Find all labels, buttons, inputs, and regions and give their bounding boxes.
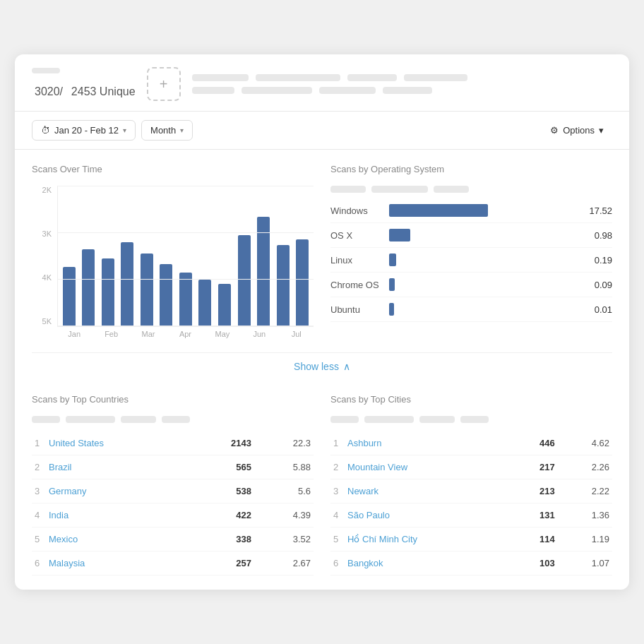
count-cell: 213 <box>511 479 558 503</box>
pct-cell: 2.67 <box>254 551 314 576</box>
bar-group-feb <box>80 186 97 326</box>
show-less-button[interactable]: Show less ∧ <box>294 361 350 372</box>
bar <box>218 284 231 326</box>
table-row: 4 São Paulo 131 1.36 <box>330 503 612 527</box>
bar <box>238 235 251 326</box>
scans-by-os-title: Scans by Operating System <box>330 164 612 174</box>
os-bar <box>389 204 488 217</box>
rank-cell: 1 <box>330 431 345 455</box>
bar <box>257 217 270 326</box>
city-name-cell: Mountain View <box>345 455 511 479</box>
pct-cell: 1.07 <box>558 551 612 576</box>
date-range-selector[interactable]: ⏱ Jan 20 - Feb 12 ▾ <box>32 120 136 141</box>
pct-cell: 5.88 <box>254 455 314 479</box>
scans-over-time-section: Scans Over Time 5K 4K 3K 2K <box>32 164 314 338</box>
table-row: 3 Newark 213 2.22 <box>330 479 612 503</box>
rank-cell: 6 <box>32 551 46 576</box>
skeleton <box>192 74 249 81</box>
table-row: 3 Germany 538 5.6 <box>32 479 314 503</box>
bar <box>63 267 76 326</box>
rank-cell: 2 <box>330 455 345 479</box>
scan-total: 3020/ <box>35 85 63 97</box>
skeleton <box>242 87 312 94</box>
os-bar-container <box>389 229 578 242</box>
table-row: 4 India 422 4.39 <box>32 503 314 527</box>
os-value: 0.19 <box>584 255 612 266</box>
bar-chart: 5K 4K 3K 2K <box>32 186 314 338</box>
add-button[interactable]: + <box>147 67 181 101</box>
bar <box>296 239 309 326</box>
count-cell: 446 <box>511 431 558 455</box>
os-name: Linux <box>330 255 383 266</box>
bar-group-jan <box>61 186 78 326</box>
rank-cell: 5 <box>32 527 46 551</box>
pct-cell: 1.36 <box>558 503 612 527</box>
os-bar <box>389 229 410 242</box>
rank-cell: 4 <box>32 503 46 527</box>
unique-count: 2453 Unique <box>71 85 136 97</box>
count-cell: 538 <box>191 479 254 503</box>
bottom-row: Scans by Top Countries 1 United States 2… <box>32 387 612 576</box>
bar <box>141 254 153 326</box>
table-row: 2 Brazil 565 5.88 <box>32 455 314 479</box>
os-bar <box>389 278 395 291</box>
toolbar: ⏱ Jan 20 - Feb 12 ▾ Month ▾ ⚙ Options ▾ <box>15 112 629 150</box>
rank-cell: 3 <box>32 479 46 503</box>
os-row: OS X 0.98 <box>330 223 612 248</box>
table-row: 1 Ashburn 446 4.62 <box>330 431 612 455</box>
pct-cell: 4.39 <box>254 503 314 527</box>
header-skeletons <box>192 74 612 94</box>
count-cell: 2143 <box>191 431 254 455</box>
rank-cell: 4 <box>330 503 345 527</box>
options-button[interactable]: ⚙ Options ▾ <box>542 121 612 140</box>
country-name-cell: Malaysia <box>46 551 191 576</box>
bar <box>82 249 95 326</box>
count-cell: 131 <box>511 503 558 527</box>
bar-group-jul2 <box>294 186 311 326</box>
os-bar <box>389 303 394 316</box>
bar-group-jul <box>275 186 292 326</box>
os-bar-container <box>389 278 578 291</box>
count-cell: 114 <box>511 527 558 551</box>
charts-row: Scans Over Time 5K 4K 3K 2K <box>32 164 612 338</box>
count-cell: 257 <box>191 551 254 576</box>
skeleton <box>404 74 467 81</box>
pct-cell: 22.3 <box>254 431 314 455</box>
rank-cell: 6 <box>330 551 345 576</box>
main-content: Scans Over Time 5K 4K 3K 2K <box>15 150 629 590</box>
bar-group-feb2 <box>100 186 117 326</box>
chevron-down-icon: ▾ <box>599 125 604 136</box>
table-row: 5 Hồ Chí Minh City 114 1.19 <box>330 527 612 551</box>
scans-by-os-section: Scans by Operating System Windows 17.52 … <box>330 164 612 338</box>
bar <box>160 264 172 326</box>
bar <box>121 242 133 326</box>
cities-section: Scans by Top Cities 1 Ashburn 446 4.62 2… <box>330 394 612 576</box>
bar-group-may <box>197 186 214 326</box>
count-cell: 422 <box>191 503 254 527</box>
skeleton <box>319 87 376 94</box>
os-bar-container <box>389 204 578 217</box>
pct-cell: 3.52 <box>254 527 314 551</box>
count-cell: 565 <box>191 455 254 479</box>
pct-cell: 1.19 <box>558 527 612 551</box>
bar <box>277 245 290 326</box>
city-name-cell: Newark <box>345 479 511 503</box>
skeleton <box>192 87 234 94</box>
os-bar <box>389 254 396 266</box>
countries-section: Scans by Top Countries 1 United States 2… <box>32 394 314 576</box>
city-name-cell: Ashburn <box>345 431 511 455</box>
os-bar-container <box>389 303 578 316</box>
skeleton <box>347 74 397 81</box>
period-selector[interactable]: Month ▾ <box>141 120 193 141</box>
os-value: 0.01 <box>584 304 612 315</box>
skeleton <box>371 186 428 193</box>
cities-header-skeletons <box>330 416 612 423</box>
bar-group-apr2 <box>177 186 194 326</box>
os-row: Windows 17.52 <box>330 198 612 223</box>
pct-cell: 2.26 <box>558 455 612 479</box>
pct-cell: 2.22 <box>558 479 612 503</box>
os-chart: Windows 17.52 OS X 0.98 Linux 0.19 Chrom… <box>330 198 612 322</box>
os-bar-container <box>389 254 578 266</box>
gear-icon: ⚙ <box>550 125 559 136</box>
cities-table: 1 Ashburn 446 4.62 2 Mountain View 217 2… <box>330 431 612 576</box>
